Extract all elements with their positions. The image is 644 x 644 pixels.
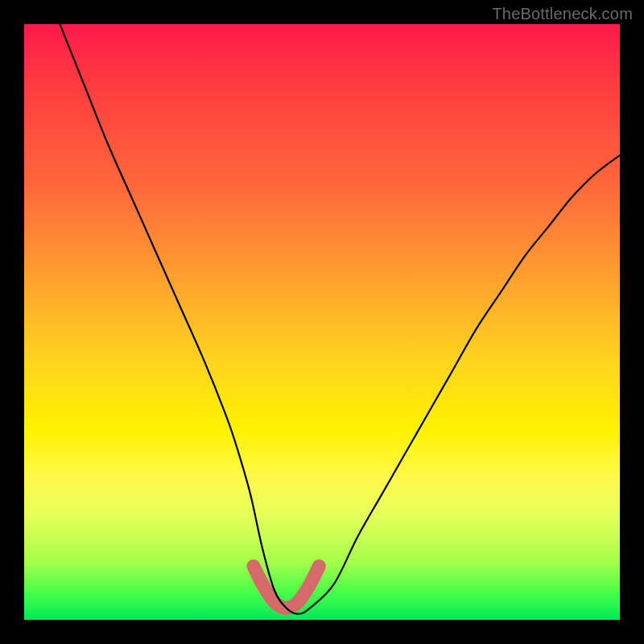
highlight-path	[254, 566, 319, 608]
curve-layer	[24, 24, 620, 620]
chart-frame: TheBottleneck.com	[0, 0, 644, 644]
bottleneck-curve-path	[60, 24, 620, 614]
watermark-text: TheBottleneck.com	[492, 5, 633, 23]
plot-area	[24, 24, 620, 620]
